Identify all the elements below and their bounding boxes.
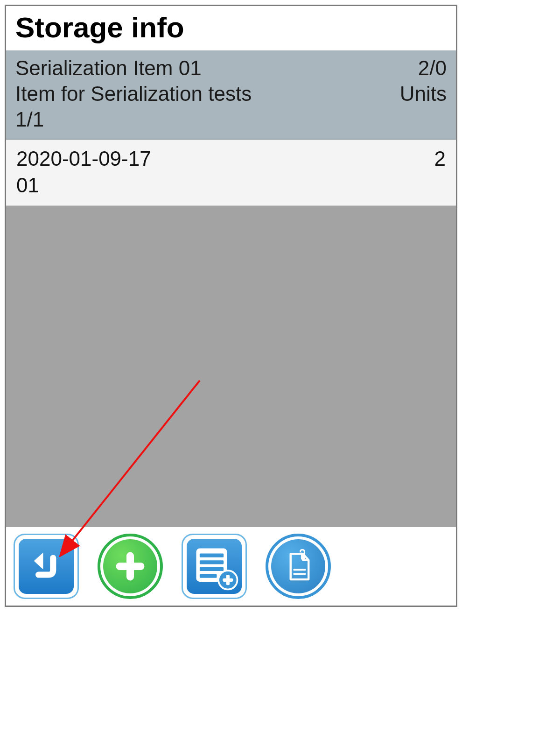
item-code: Serialization Item 01 [15, 55, 202, 81]
sub-value: 01 [16, 172, 39, 198]
bottom-toolbar [6, 527, 456, 606]
quantity-value: 2 [434, 145, 446, 172]
add-list-button[interactable] [182, 534, 247, 599]
svg-rect-9 [223, 578, 233, 582]
list-item[interactable]: 2020-01-09-17 2 01 [6, 140, 456, 206]
attachment-button[interactable] [266, 534, 331, 599]
position-indicator: 1/1 [15, 106, 44, 132]
svg-rect-4 [200, 560, 224, 564]
list-plus-icon [189, 541, 240, 592]
serial-number: 2020-01-09-17 [16, 145, 151, 172]
document-clip-icon [281, 549, 315, 584]
svg-rect-6 [200, 574, 217, 578]
unit-label: Units [400, 81, 447, 106]
item-header-panel: Serialization Item 01 2/0 Item for Seria… [6, 50, 456, 140]
storage-list[interactable]: 2020-01-09-17 2 01 [6, 140, 456, 527]
back-button[interactable] [14, 534, 79, 599]
item-description: Item for Serialization tests [15, 81, 252, 106]
storage-info-screen: Storage info Serialization Item 01 2/0 I… [5, 5, 457, 607]
plus-icon [112, 548, 149, 585]
add-button[interactable] [98, 534, 163, 599]
item-count: 2/0 [418, 55, 447, 81]
svg-rect-3 [200, 554, 224, 557]
svg-rect-1 [116, 563, 145, 570]
svg-rect-5 [200, 567, 224, 571]
title-bar: Storage info [6, 6, 456, 50]
page-title: Storage info [15, 11, 447, 44]
back-arrow-icon [27, 547, 65, 585]
